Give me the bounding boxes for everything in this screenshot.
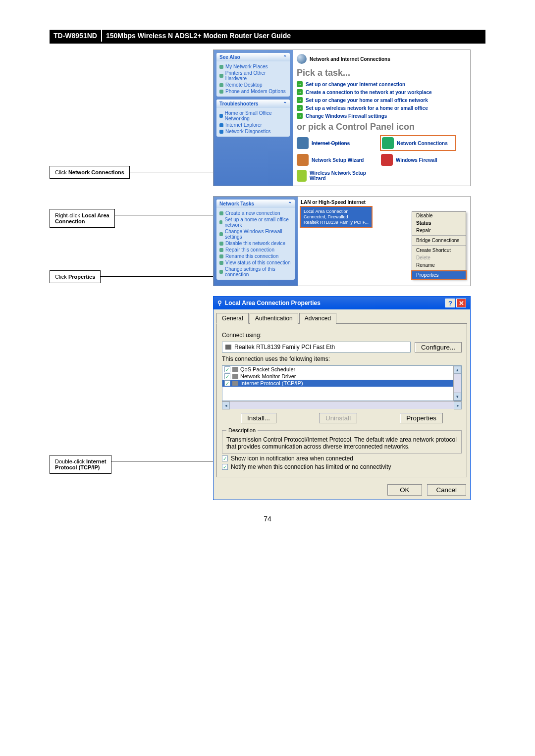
link-printers[interactable]: Printers and Other Hardware <box>219 70 287 82</box>
icon-internet-options[interactable]: Internet Options <box>297 136 371 150</box>
service-icon <box>232 367 238 372</box>
callout-double-click-tcpip: Double-click InternetProtocol (TCP/IP) <box>50 455 111 474</box>
items-label: This connection uses the following items… <box>222 355 462 362</box>
ts-network-diag[interactable]: Network Diagnostics <box>219 128 287 135</box>
cp-sidebar: See Also⌃ My Network Places Printers and… <box>214 50 293 186</box>
page-number: 74 <box>50 515 485 523</box>
checkbox-show-icon[interactable]: ✓ <box>222 455 228 461</box>
collapse-icon[interactable]: ⌃ <box>283 101 287 106</box>
ctx-repair[interactable]: Repair <box>412 227 466 234</box>
network-connections-window: Network Tasks⌃ Create a new connection S… <box>213 196 471 286</box>
category-title: Network and Internet Connections <box>310 56 390 62</box>
wireless-wizard-icon <box>297 170 307 182</box>
doc-header: TD-W8951ND 150Mbps Wireless N ADSL2+ Mod… <box>50 30 485 44</box>
close-button[interactable]: ✕ <box>456 299 466 307</box>
link-remote-desktop[interactable]: Remote Desktop <box>219 82 287 88</box>
properties-button[interactable]: Properties <box>400 413 443 423</box>
dialog-title: Local Area Connection Properties <box>225 300 321 306</box>
ctx-properties[interactable]: Properties <box>412 271 466 279</box>
task-wireless[interactable]: →Set up a wireless network for a home or… <box>297 105 466 111</box>
link-my-network-places[interactable]: My Network Places <box>219 63 287 70</box>
help-button[interactable]: ? <box>445 299 455 307</box>
ctx-rename[interactable]: Rename <box>412 261 466 269</box>
doc-title: 150Mbps Wireless N ADSL2+ Modem Router U… <box>102 30 485 42</box>
item-nmd[interactable]: ✓Network Monitor Driver <box>222 373 461 380</box>
collapse-icon[interactable]: ⌃ <box>288 201 292 206</box>
adapter-field: Realtek RTL8139 Family PCI Fast Eth <box>222 342 411 353</box>
arrow-icon: → <box>297 105 303 111</box>
lan-properties-dialog: ⚲Local Area Connection Properties ? ✕ Ge… <box>213 296 471 500</box>
link-phone-modem[interactable]: Phone and Modem Options <box>219 88 287 95</box>
tab-advanced[interactable]: Advanced <box>299 313 336 324</box>
tab-general[interactable]: General <box>216 313 249 324</box>
pick-a-task-heading: Pick a task... <box>297 68 466 78</box>
vertical-scrollbar[interactable]: ▴▾ <box>453 366 461 401</box>
nt-home-office[interactable]: Set up a home or small office network <box>219 216 292 228</box>
collapse-icon[interactable]: ⌃ <box>283 54 287 60</box>
firewall-icon <box>381 154 393 166</box>
scroll-right-icon[interactable]: ▸ <box>454 402 462 409</box>
callout-click-properties: Click Properties <box>50 270 101 283</box>
troubleshooters-header: Troubleshooters <box>219 101 258 106</box>
nt-status[interactable]: View status of this connection <box>219 259 292 266</box>
nt-repair[interactable]: Repair this connection <box>219 247 292 253</box>
description-legend: Description <box>226 427 258 433</box>
ctx-bridge[interactable]: Bridge Connections <box>412 237 466 244</box>
model-label: TD-W8951ND <box>50 30 101 42</box>
context-menu: Disable Status Repair Bridge Connections… <box>412 211 466 279</box>
checkbox-icon[interactable]: ✓ <box>224 373 230 379</box>
icon-windows-firewall[interactable]: Windows Firewall <box>381 154 455 166</box>
icon-wireless-setup-wizard[interactable]: Wireless Network Setup Wizard <box>297 170 371 182</box>
ok-button[interactable]: OK <box>387 484 422 496</box>
network-icon: ⚲ <box>217 300 222 306</box>
horizontal-scrollbar[interactable]: ◂▸ <box>222 401 462 409</box>
ctx-disable[interactable]: Disable <box>412 212 466 219</box>
checkbox-notify[interactable]: ✓ <box>222 464 228 470</box>
internet-options-icon <box>297 137 309 149</box>
task-setup-internet[interactable]: →Set up or change your Internet connecti… <box>297 81 466 87</box>
local-area-connection-item[interactable]: Local Area Connection Connected, Firewal… <box>301 207 372 227</box>
lan-category-label: LAN or High-Speed Internet <box>301 200 467 205</box>
section-lan-properties: Double-click InternetProtocol (TCP/IP) ⚲… <box>50 296 485 500</box>
cancel-button[interactable]: Cancel <box>427 484 467 496</box>
nt-rename[interactable]: Rename this connection <box>219 253 292 259</box>
network-tasks-header: Network Tasks <box>219 201 254 206</box>
install-button[interactable]: Install... <box>241 413 276 423</box>
task-workplace-conn[interactable]: →Create a connection to the network at y… <box>297 89 466 95</box>
icon-network-connections[interactable]: Network Connections <box>381 136 455 150</box>
nic-icon <box>225 345 231 350</box>
item-qos[interactable]: ✓QoS Packet Scheduler <box>222 366 461 373</box>
task-home-network[interactable]: →Set up or change your home or small off… <box>297 97 466 103</box>
item-tcpip[interactable]: ✓Internet Protocol (TCP/IP) <box>222 380 461 387</box>
connection-items-list[interactable]: ✓QoS Packet Scheduler ✓Network Monitor D… <box>222 365 462 401</box>
scroll-left-icon[interactable]: ◂ <box>222 402 230 409</box>
arrow-icon: → <box>297 81 303 87</box>
checkbox-icon[interactable]: ✓ <box>224 366 230 372</box>
scroll-up-icon[interactable]: ▴ <box>454 366 461 374</box>
ts-home-office[interactable]: Home or Small Office Networking <box>219 110 287 122</box>
ctx-status[interactable]: Status <box>412 219 466 227</box>
nt-disable[interactable]: Disable this network device <box>219 240 292 247</box>
icon-network-setup-wizard[interactable]: Network Setup Wizard <box>297 154 371 166</box>
ts-ie[interactable]: Internet Explorer <box>219 122 287 128</box>
tab-authentication[interactable]: Authentication <box>250 313 298 324</box>
nt-settings[interactable]: Change settings of this connection <box>219 266 292 278</box>
nt-firewall[interactable]: Change Windows Firewall settings <box>219 228 292 240</box>
description-text: Transmission Control Protocol/Internet P… <box>226 436 457 450</box>
callout-network-connections: Click Network Connections <box>50 166 130 179</box>
configure-button[interactable]: Configure... <box>415 342 462 353</box>
section-control-panel: Click Network Connections See Also⌃ My N… <box>50 50 485 186</box>
control-panel-window: See Also⌃ My Network Places Printers and… <box>213 50 471 186</box>
section-network-connections: Right-click Local AreaConnection Click P… <box>50 196 485 286</box>
ctx-delete: Delete <box>412 254 466 261</box>
checkbox-icon[interactable]: ✓ <box>224 380 230 386</box>
show-icon-label: Show icon in notification area when conn… <box>231 455 353 462</box>
connect-using-label: Connect using: <box>222 332 462 339</box>
nt-create-new[interactable]: Create a new connection <box>219 210 292 216</box>
ctx-shortcut[interactable]: Create Shortcut <box>412 247 466 254</box>
network-connections-icon <box>382 137 394 149</box>
task-firewall[interactable]: →Change Windows Firewall settings <box>297 113 466 119</box>
arrow-icon: → <box>297 97 303 103</box>
see-also-header: See Also <box>219 54 240 60</box>
scroll-down-icon[interactable]: ▾ <box>454 393 461 401</box>
